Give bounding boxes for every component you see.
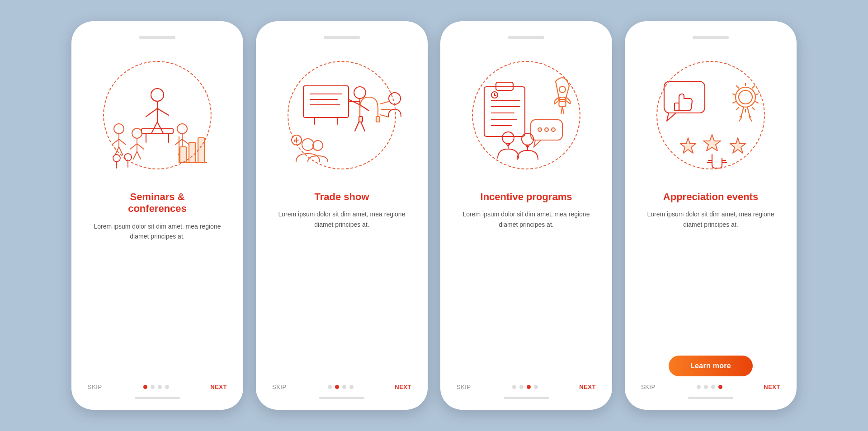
- home-bar-1: [135, 397, 180, 399]
- illustration-seminars: [90, 47, 225, 183]
- dot-3-2: [519, 385, 524, 389]
- home-bar-4: [688, 397, 733, 399]
- svg-point-32: [113, 155, 120, 162]
- phones-container: Seminars & conferences Lorem ipsum dolor…: [71, 21, 797, 410]
- dot-4-2: [704, 385, 708, 389]
- appreciation-body: Lorem ipsum dolor sit dim amet, mea regi…: [637, 209, 784, 347]
- seminars-body: Lorem ipsum dolor sit dim amet, mea regi…: [84, 221, 231, 375]
- phone-appreciation: Appreciation events Lorem ipsum dolor si…: [625, 21, 797, 410]
- next-btn-3[interactable]: NEXT: [579, 384, 596, 390]
- dot-4-4: [718, 385, 722, 389]
- phone-seminars: Seminars & conferences Lorem ipsum dolor…: [71, 21, 243, 410]
- dot-4-1: [697, 385, 701, 389]
- phone-notch-3: [453, 36, 599, 39]
- home-bar-2: [319, 397, 364, 399]
- phone-speaker-4: [693, 36, 729, 39]
- home-bar-3: [504, 397, 549, 399]
- illustration-tradeshow: [274, 47, 410, 183]
- dot-3-3: [527, 385, 531, 389]
- illustration-incentive: [458, 47, 594, 183]
- next-btn-2[interactable]: NEXT: [395, 384, 411, 390]
- phone-notch-1: [84, 36, 231, 39]
- dashed-circle-1: [103, 61, 212, 169]
- dot-2-4: [349, 385, 354, 389]
- dot-1-4: [165, 385, 169, 389]
- nav-dots-2: [328, 385, 354, 389]
- nav-dots-1: [143, 385, 169, 389]
- phone-speaker-3: [508, 36, 544, 39]
- dot-2-1: [328, 385, 332, 389]
- skip-btn-3[interactable]: SKIP: [457, 384, 471, 390]
- phone-2-nav: SKIP NEXT: [269, 384, 415, 390]
- phone-tradeshow: Trade show Lorem ipsum dolor sit dim ame…: [256, 21, 428, 410]
- phone-4-nav: SKIP NEXT: [637, 384, 784, 390]
- dot-1-1: [143, 385, 147, 389]
- tradeshow-body: Lorem ipsum dolor sit dim amet, mea regi…: [269, 209, 415, 375]
- skip-btn-4[interactable]: SKIP: [641, 384, 656, 390]
- nav-dots-3: [512, 385, 538, 389]
- dot-1-2: [151, 385, 155, 389]
- tradeshow-title: Trade show: [314, 191, 369, 203]
- dot-2-3: [342, 385, 346, 389]
- next-btn-4[interactable]: NEXT: [764, 384, 780, 390]
- learn-more-button[interactable]: Learn more: [669, 356, 753, 376]
- phone-speaker-1: [139, 36, 175, 39]
- dot-3-4: [534, 385, 538, 389]
- incentive-title: Incentive programs: [481, 191, 572, 203]
- seminars-title: Seminars & conferences: [128, 191, 187, 215]
- phone-3-nav: SKIP NEXT: [453, 384, 599, 390]
- phone-incentive: Incentive programs Lorem ipsum dolor sit…: [440, 21, 612, 410]
- illustration-appreciation: [643, 47, 778, 183]
- appreciation-title: Appreciation events: [663, 191, 758, 203]
- dashed-circle-2: [288, 61, 396, 169]
- dashed-circle-3: [472, 61, 580, 169]
- incentive-body: Lorem ipsum dolor sit dim amet, mea regi…: [453, 209, 599, 375]
- phone-notch-2: [269, 36, 415, 39]
- dot-4-3: [711, 385, 715, 389]
- skip-btn-2[interactable]: SKIP: [272, 384, 287, 390]
- phone-1-nav: SKIP NEXT: [84, 384, 231, 390]
- dot-3-1: [512, 385, 516, 389]
- dot-2-2: [335, 385, 339, 389]
- dashed-circle-4: [656, 61, 765, 169]
- dot-1-3: [158, 385, 162, 389]
- phone-speaker-2: [324, 36, 360, 39]
- phone-notch-4: [637, 36, 784, 39]
- skip-btn-1[interactable]: SKIP: [88, 384, 102, 390]
- nav-dots-4: [697, 385, 722, 389]
- next-btn-1[interactable]: NEXT: [210, 384, 227, 390]
